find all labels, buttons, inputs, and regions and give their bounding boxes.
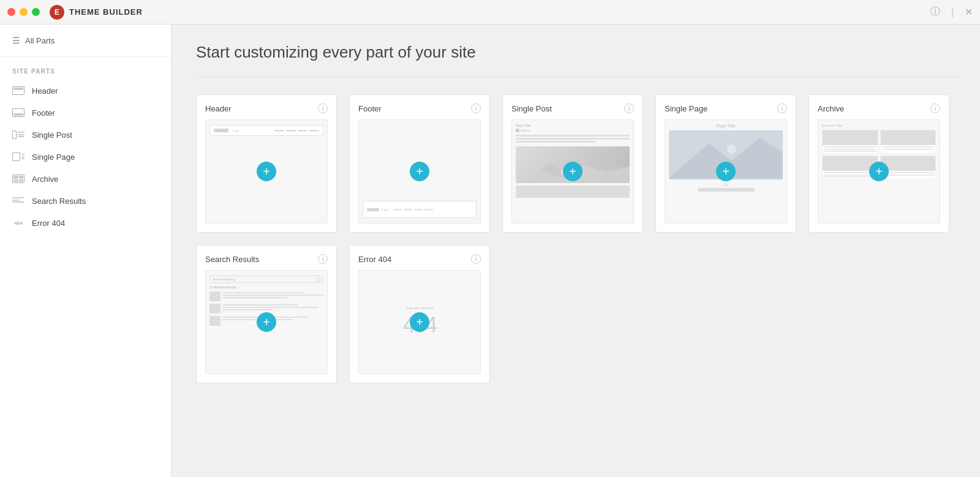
card-preview-single-page: Page Title CTA + bbox=[665, 119, 787, 223]
all-parts-label: All Parts bbox=[25, 36, 55, 45]
arch-line-5 bbox=[882, 149, 935, 150]
sidebar: ☰ All Parts SITE PARTS Header Footer bbox=[0, 24, 172, 477]
card-single-page[interactable]: Single Page i Page Title bbox=[655, 94, 796, 233]
add-single-post-button[interactable]: + bbox=[563, 162, 582, 181]
sidebar-label-archive: Archive bbox=[32, 175, 58, 184]
app-body: ☰ All Parts SITE PARTS Header Footer bbox=[0, 24, 980, 477]
arch-line-9 bbox=[882, 172, 935, 173]
sidebar-item-archive[interactable]: Archive bbox=[0, 168, 171, 190]
footer-line-3 bbox=[414, 209, 423, 211]
card-title-single-page: Single Page bbox=[665, 104, 707, 113]
add-search-results-button[interactable]: + bbox=[257, 312, 276, 332]
card-header-header: Header i bbox=[205, 103, 328, 113]
arch-line-7 bbox=[824, 175, 876, 176]
archive-title-mock: Archive Title bbox=[822, 124, 936, 127]
card-info-footer[interactable]: i bbox=[471, 103, 481, 113]
card-search-results[interactable]: Search Results i Search Anything 12 Mach… bbox=[196, 245, 337, 383]
post-lines bbox=[516, 135, 630, 143]
preview-logo-text: Logo bbox=[232, 129, 239, 132]
arch-line-10 bbox=[882, 175, 935, 176]
archive-img-1 bbox=[823, 130, 878, 145]
window-controls bbox=[7, 8, 40, 16]
archive-lines-1 bbox=[823, 145, 878, 153]
card-title-footer: Footer bbox=[358, 104, 382, 113]
card-info-search-results[interactable]: i bbox=[318, 254, 328, 264]
add-footer-button[interactable]: + bbox=[410, 162, 429, 181]
page-cta-area: CTA bbox=[669, 183, 783, 192]
add-header-button[interactable]: + bbox=[257, 162, 276, 181]
card-info-single-post[interactable]: i bbox=[624, 103, 634, 113]
search-bar-mock: Search Anything bbox=[209, 276, 323, 283]
minimize-button[interactable] bbox=[20, 8, 28, 16]
post-title-mock: Post Title bbox=[516, 124, 630, 127]
info-icon[interactable]: ⓘ bbox=[930, 6, 940, 18]
add-archive-button[interactable]: + bbox=[869, 162, 889, 181]
card-info-archive[interactable]: i bbox=[930, 103, 940, 113]
footer-logo-rect bbox=[367, 208, 379, 211]
card-info-header[interactable]: i bbox=[318, 103, 328, 113]
add-single-page-button[interactable]: + bbox=[716, 162, 736, 181]
card-info-error-404[interactable]: i bbox=[471, 254, 481, 264]
sidebar-item-single-page[interactable]: Single Page bbox=[0, 146, 171, 168]
card-title-error-404: Error 404 bbox=[358, 255, 391, 264]
page-title-mock: Page Title bbox=[669, 124, 783, 128]
single-post-icon bbox=[12, 130, 24, 140]
cta-text: CTA bbox=[669, 183, 783, 187]
result-thumb-2 bbox=[209, 304, 221, 314]
nav-line-4 bbox=[309, 130, 319, 132]
close-icon[interactable]: ✕ bbox=[965, 6, 973, 18]
post-line-3 bbox=[516, 141, 595, 143]
site-parts-section-label: SITE PARTS bbox=[0, 57, 171, 80]
card-header[interactable]: Header i Logo + bbox=[196, 94, 337, 233]
card-preview-single-post: Post Title Author bbox=[511, 119, 634, 223]
archive-item-4 bbox=[880, 156, 937, 179]
archive-img-2 bbox=[881, 130, 936, 145]
footer-line-2 bbox=[404, 209, 412, 211]
search-result-item-1 bbox=[209, 291, 323, 301]
result-line-4 bbox=[222, 304, 298, 306]
result-line-2 bbox=[222, 295, 323, 296]
search-bar-placeholder: Search Anything bbox=[213, 277, 316, 281]
card-header-search-results: Search Results i bbox=[205, 254, 328, 264]
sidebar-label-header: Header bbox=[32, 86, 58, 96]
cards-row-2: Search Results i Search Anything 12 Mach… bbox=[196, 245, 962, 383]
nav-line-3 bbox=[298, 130, 307, 132]
footer-logo-text: Logo bbox=[382, 208, 388, 211]
card-archive[interactable]: Archive i Archive Title bbox=[809, 94, 949, 233]
card-error-404[interactable]: Error 404 i Page was not found 404 + bbox=[349, 245, 490, 383]
card-title-archive: Archive bbox=[818, 104, 844, 113]
result-line-1 bbox=[222, 292, 303, 293]
sidebar-label-error-404: Error 404 bbox=[32, 219, 65, 228]
sidebar-item-error-404[interactable]: 404 Error 404 bbox=[0, 212, 171, 234]
close-button[interactable] bbox=[7, 8, 15, 16]
card-info-single-page[interactable]: i bbox=[777, 103, 787, 113]
card-header-archive: Archive i bbox=[818, 103, 940, 113]
card-header-error-404: Error 404 i bbox=[358, 254, 481, 264]
author-avatar bbox=[516, 129, 519, 132]
sidebar-item-single-post[interactable]: Single Post bbox=[0, 124, 171, 146]
sidebar-item-footer[interactable]: Footer bbox=[0, 102, 171, 124]
page-title: Start customizing every part of your sit… bbox=[196, 43, 962, 62]
add-error-404-button[interactable]: + bbox=[410, 312, 429, 332]
card-footer[interactable]: Footer i Logo + bbox=[349, 94, 490, 233]
result-lines-2 bbox=[222, 304, 323, 310]
result-line-3 bbox=[222, 297, 288, 298]
card-single-post[interactable]: Single Post i Post Title Author bbox=[502, 94, 643, 233]
card-preview-search-results: Search Anything 12 Maching Results bbox=[205, 270, 328, 374]
cards-row-1: Header i Logo + bbox=[196, 94, 962, 233]
card-title-single-post: Single Post bbox=[511, 104, 552, 113]
cta-button-mock bbox=[698, 188, 755, 192]
card-title-header: Header bbox=[205, 104, 232, 113]
main-content: Start customizing every part of your sit… bbox=[172, 24, 980, 477]
titlebar-actions: ⓘ | ✕ bbox=[930, 6, 973, 18]
arch-line-8 bbox=[824, 176, 876, 178]
sidebar-item-header[interactable]: Header bbox=[0, 80, 171, 102]
all-parts-button[interactable]: ☰ All Parts bbox=[0, 24, 171, 57]
maximize-button[interactable] bbox=[32, 8, 40, 16]
title-divider bbox=[196, 77, 962, 77]
footer-icon bbox=[12, 108, 24, 118]
sidebar-item-search-results[interactable]: Search Results bbox=[0, 190, 171, 212]
titlebar: E THEME BUILDER ⓘ | ✕ bbox=[0, 0, 980, 24]
preview-nav bbox=[274, 130, 319, 132]
sidebar-label-footer: Footer bbox=[32, 108, 55, 118]
